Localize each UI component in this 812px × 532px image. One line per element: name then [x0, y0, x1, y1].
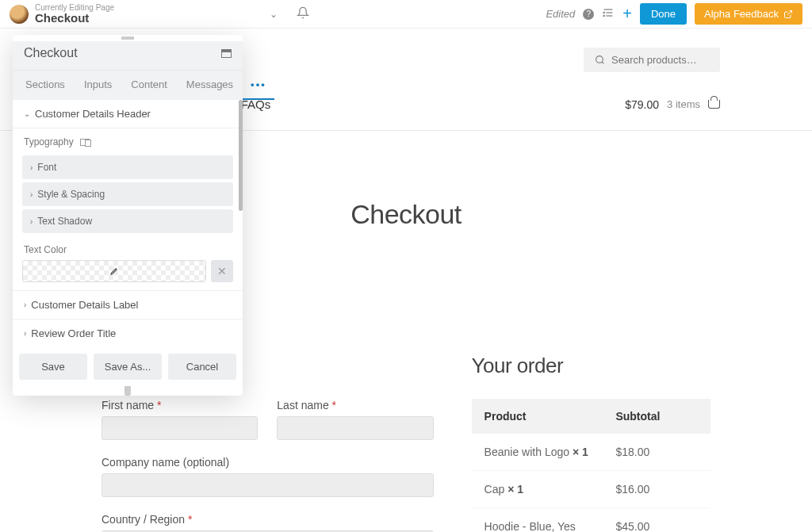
typography-label: Typography: [24, 136, 74, 147]
chevron-right-icon: ›: [30, 190, 33, 199]
first-name-field[interactable]: [102, 416, 258, 440]
tab-sections[interactable]: Sections: [16, 71, 75, 100]
editor-panel: Checkout Sections Inputs Content Message…: [13, 35, 243, 396]
col-product: Product: [485, 410, 616, 423]
tab-messages[interactable]: Messages: [177, 71, 243, 100]
top-toolbar: Currently Editing Page Checkout ⌄ Edited…: [0, 0, 812, 29]
search-input[interactable]: Search products…: [584, 48, 720, 72]
col-subtotal: Subtotal: [615, 410, 698, 423]
acc-customer-label[interactable]: ›Customer Details Label: [13, 290, 243, 319]
external-link-icon: [783, 10, 793, 19]
table-row: Cap× 1 $16.00: [472, 471, 710, 508]
cart-summary[interactable]: $79.00 3 items: [625, 98, 720, 111]
acc-review-title[interactable]: ›Review Order Title: [13, 319, 243, 347]
editing-context: Currently Editing Page Checkout: [10, 3, 114, 25]
color-picker[interactable]: [22, 260, 206, 282]
cart-price: $79.00: [625, 98, 659, 111]
svg-point-5: [596, 56, 603, 63]
last-name-field[interactable]: [277, 416, 433, 440]
panel-title: Checkout: [24, 46, 221, 60]
tab-content[interactable]: Content: [121, 71, 177, 100]
plus-icon[interactable]: +: [622, 5, 632, 23]
first-name-label: First name *: [102, 399, 258, 411]
chevron-right-icon: ›: [30, 163, 33, 172]
chevron-down-icon: ⌄: [24, 109, 30, 118]
country-label: Country / Region *: [102, 513, 434, 526]
tab-more[interactable]: •••: [243, 71, 274, 100]
sub-style-spacing[interactable]: ›Style & Spacing: [22, 182, 233, 206]
app-logo: [10, 5, 29, 24]
acc-customer-header[interactable]: ⌄ Customer Details Header: [13, 100, 243, 128]
drag-handle[interactable]: [13, 35, 243, 41]
text-color-label: Text Color: [13, 236, 243, 260]
sub-font[interactable]: ›Font: [22, 155, 233, 179]
last-name-label: Last name *: [277, 399, 433, 411]
company-field[interactable]: [102, 473, 434, 497]
chevron-right-icon: ›: [24, 300, 26, 309]
svg-point-4: [603, 15, 604, 16]
order-title: Your order: [472, 354, 710, 378]
chevron-right-icon: ›: [24, 329, 26, 338]
done-button[interactable]: Done: [640, 3, 687, 25]
search-icon: [595, 55, 605, 65]
cart-count: 3 items: [667, 98, 700, 110]
resize-handle[interactable]: [124, 386, 131, 396]
table-row: Beanie with Logo× 1 $18.00: [472, 434, 710, 471]
outline-icon[interactable]: [602, 6, 615, 21]
edited-indicator: Edited: [546, 8, 575, 20]
responsive-icon[interactable]: [80, 139, 90, 146]
help-icon[interactable]: ?: [583, 9, 594, 20]
tab-inputs[interactable]: Inputs: [75, 71, 121, 100]
editing-title: Checkout: [35, 12, 114, 25]
chevron-down-icon[interactable]: ⌄: [270, 9, 278, 20]
basket-icon: [708, 100, 720, 109]
save-as-button[interactable]: Save As...: [94, 354, 162, 380]
bell-icon[interactable]: [297, 6, 309, 21]
sub-text-shadow[interactable]: ›Text Shadow: [22, 209, 233, 233]
alpha-feedback-button[interactable]: Alpha Feedback: [695, 3, 802, 25]
svg-point-3: [603, 12, 604, 13]
eyedropper-icon: [109, 266, 120, 277]
cancel-button[interactable]: Cancel: [168, 354, 236, 380]
chevron-right-icon: ›: [30, 217, 33, 226]
svg-line-6: [602, 62, 603, 63]
save-button[interactable]: Save: [19, 354, 87, 380]
company-label: Company name (optional): [102, 456, 434, 469]
clear-color-button[interactable]: ✕: [211, 260, 233, 282]
table-row: Hoodie - Blue, Yes $45.00: [472, 508, 710, 532]
window-icon[interactable]: [221, 49, 232, 58]
order-table: Product Subtotal Beanie with Logo× 1 $18…: [472, 399, 710, 532]
